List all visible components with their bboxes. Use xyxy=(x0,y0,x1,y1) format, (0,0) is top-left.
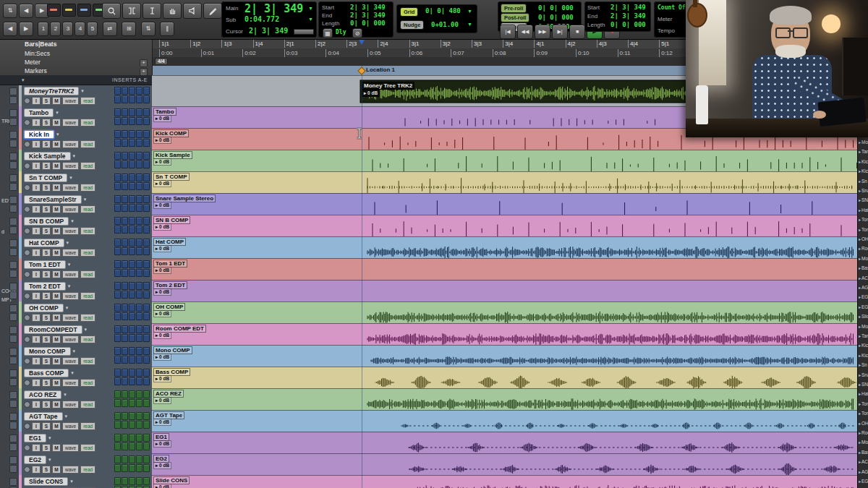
insert-slot[interactable] xyxy=(122,139,128,147)
insert-slot[interactable] xyxy=(136,334,142,342)
tempo-button-label[interactable]: Tempo xyxy=(658,27,675,34)
clip-list-item[interactable]: ▸ACO xyxy=(859,457,868,467)
insert-slot[interactable] xyxy=(122,399,128,407)
insert-slot[interactable] xyxy=(122,130,128,138)
track-type-icon[interactable] xyxy=(9,153,17,160)
insert-slot[interactable] xyxy=(143,139,150,147)
track-freeze-icon[interactable] xyxy=(9,270,17,278)
insert-slot[interactable] xyxy=(114,434,121,442)
mode-shuffle-button[interactable] xyxy=(47,4,61,17)
clip-list-item[interactable]: ▸Kick xyxy=(859,157,868,167)
insert-slot[interactable] xyxy=(136,455,142,463)
insert-slot[interactable] xyxy=(114,399,121,407)
track-type-icon[interactable] xyxy=(9,239,17,247)
return-to-zero-button[interactable]: |◀ xyxy=(500,25,516,39)
insert-slot[interactable] xyxy=(129,412,135,420)
min-secs-ruler-label[interactable]: Min:Secs xyxy=(25,50,50,57)
insert-slot[interactable] xyxy=(122,247,128,255)
record-enable-button[interactable] xyxy=(24,249,30,256)
track-freeze-icon[interactable] xyxy=(9,205,17,213)
input-monitor-button[interactable]: I xyxy=(32,184,41,192)
insert-slot[interactable] xyxy=(129,399,135,407)
track-name-button[interactable]: ACO REZ xyxy=(24,390,61,399)
insert-slot[interactable] xyxy=(129,464,135,472)
go-to-end-button[interactable]: ▶| xyxy=(552,25,568,39)
track-type-icon[interactable] xyxy=(9,456,17,464)
track-lane[interactable]: Mono COMP▸ 0 dB xyxy=(152,345,857,367)
insert-slot[interactable] xyxy=(136,174,142,181)
insert-slot[interactable] xyxy=(114,174,121,181)
insert-slot[interactable] xyxy=(129,390,135,398)
record-enable-button[interactable] xyxy=(24,358,30,364)
trimmer-tool-button[interactable] xyxy=(122,3,141,19)
track-options-caret-icon[interactable]: ▾ xyxy=(71,370,74,376)
insert-slot[interactable] xyxy=(143,312,150,320)
insert-slot[interactable] xyxy=(129,421,135,429)
insert-slot[interactable] xyxy=(114,108,121,116)
automation-mode-button[interactable]: read xyxy=(80,401,95,408)
t2-length-value[interactable]: 0| 0| 000 xyxy=(610,21,646,28)
insert-slot[interactable] xyxy=(136,347,142,355)
insert-slot[interactable] xyxy=(143,369,150,377)
solo-button[interactable]: S xyxy=(42,162,51,170)
insert-slot[interactable] xyxy=(129,269,135,277)
insert-slot[interactable] xyxy=(143,108,150,116)
track-freeze-icon[interactable] xyxy=(9,118,17,126)
clip-list-item[interactable]: ▸EG1 xyxy=(859,476,868,487)
pre-roll-chip[interactable]: Pre-roll xyxy=(501,4,527,13)
track-type-icon[interactable] xyxy=(9,109,17,117)
clip-list-item[interactable]: ▸Mono xyxy=(859,254,868,264)
track-type-icon[interactable] xyxy=(9,369,17,377)
insert-slot[interactable] xyxy=(143,455,150,463)
mute-button[interactable]: M xyxy=(52,292,61,300)
zoom-preset-5-button[interactable]: 5 xyxy=(87,22,98,36)
insert-slot[interactable] xyxy=(136,412,142,420)
track-options-caret-icon[interactable]: ▾ xyxy=(56,110,59,116)
mode-slip-button[interactable] xyxy=(77,4,91,17)
post-roll-chip[interactable]: Post-roll xyxy=(501,13,529,22)
track-list-options-icon[interactable]: ▾ xyxy=(22,77,25,83)
insert-slot[interactable] xyxy=(122,95,128,103)
insert-slot[interactable] xyxy=(122,160,128,168)
track-view-selector[interactable]: wave xyxy=(62,227,79,235)
insert-slot[interactable] xyxy=(129,182,135,190)
automation-mode-button[interactable]: read xyxy=(80,205,95,213)
insert-slot[interactable] xyxy=(114,442,121,450)
sel-start-value[interactable]: 2| 3| 349 xyxy=(350,4,386,11)
insert-slot[interactable] xyxy=(136,239,142,247)
clip-list-item[interactable]: ▸Sn T xyxy=(859,360,868,370)
clip-list-item[interactable]: ▸ACO xyxy=(859,273,868,283)
insert-slot[interactable] xyxy=(129,312,135,320)
track-freeze-icon[interactable] xyxy=(9,291,17,299)
insert-slot[interactable] xyxy=(129,87,135,95)
insert-slot[interactable] xyxy=(129,334,135,342)
post-roll-value[interactable]: 0| 0| 000 xyxy=(538,14,574,21)
insert-slot[interactable] xyxy=(143,130,150,138)
solo-button[interactable]: S xyxy=(42,466,51,474)
track-type-icon[interactable] xyxy=(9,304,17,312)
mute-button[interactable]: M xyxy=(52,335,61,343)
track-view-selector[interactable]: wave xyxy=(62,270,79,278)
insert-slot[interactable] xyxy=(114,195,121,203)
track-view-selector[interactable]: wave xyxy=(62,401,79,408)
track-freeze-icon[interactable] xyxy=(9,443,17,451)
solo-button[interactable]: S xyxy=(42,401,51,408)
insert-slot[interactable] xyxy=(136,421,142,429)
sel-length-value[interactable]: 0| 0| 000 xyxy=(350,20,386,27)
meter-button-label[interactable]: Meter xyxy=(658,16,672,22)
insert-slot[interactable] xyxy=(143,356,150,364)
record-enable-button[interactable] xyxy=(24,206,30,213)
clip-gain-label[interactable]: ▸ 0 dB xyxy=(153,288,171,296)
input-monitor-button[interactable]: I xyxy=(32,422,41,430)
insert-slot[interactable] xyxy=(129,139,135,147)
insert-slot[interactable] xyxy=(136,464,142,472)
insert-slot[interactable] xyxy=(122,269,128,277)
solo-button[interactable]: S xyxy=(42,184,51,192)
insert-slot[interactable] xyxy=(136,390,142,398)
insert-slot[interactable] xyxy=(114,369,121,377)
mode-spot-button[interactable] xyxy=(62,4,76,17)
clip-gain-label[interactable]: ▸ 0 dB xyxy=(153,462,171,469)
insert-slot[interactable] xyxy=(136,226,142,234)
insert-slot[interactable] xyxy=(136,325,142,333)
insert-slot[interactable] xyxy=(136,95,142,103)
